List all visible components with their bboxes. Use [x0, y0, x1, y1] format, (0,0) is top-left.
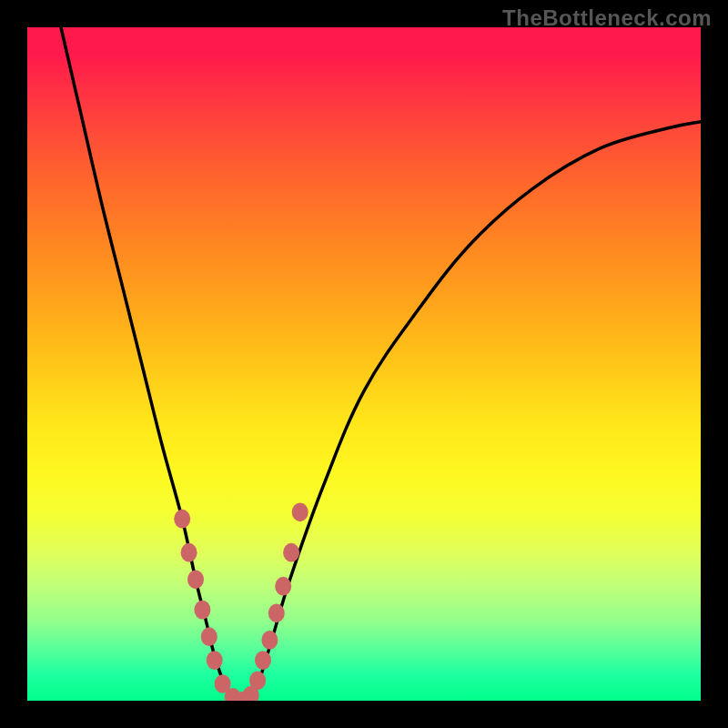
dot [249, 671, 266, 690]
dot [201, 627, 217, 646]
dot [283, 543, 299, 562]
chart-svg [27, 27, 701, 701]
curve-left-branch [61, 27, 243, 701]
dot [275, 577, 291, 596]
dot [194, 601, 210, 620]
highlighted-dots [174, 502, 308, 701]
dot [187, 570, 204, 589]
dot [255, 651, 271, 670]
chart-frame: TheBottleneck.com [0, 0, 728, 728]
watermark-label: TheBottleneck.com [502, 5, 712, 31]
curve-right-branch [243, 122, 701, 701]
dot [261, 631, 278, 650]
dot [207, 651, 223, 670]
dot [181, 543, 197, 562]
dot [292, 502, 308, 521]
dot [174, 510, 190, 529]
dot [268, 603, 285, 622]
plot-area [27, 27, 701, 701]
